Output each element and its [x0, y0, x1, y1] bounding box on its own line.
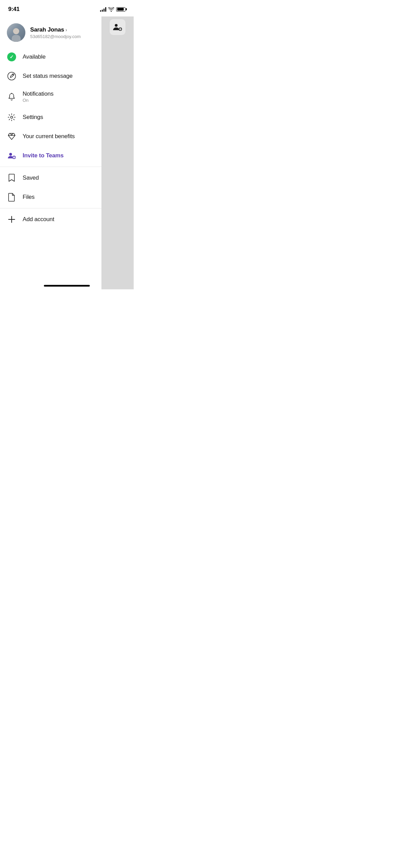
invite-label: Invite to Teams: [23, 152, 64, 159]
notifications-sublabel: On: [23, 98, 53, 103]
saved-label: Saved: [23, 174, 39, 181]
svg-point-2: [11, 116, 13, 118]
svg-point-9: [115, 24, 118, 27]
edit-icon: [7, 71, 16, 81]
right-overlay: [101, 16, 134, 289]
benefits-label: Your current benefits: [23, 133, 75, 140]
menu-panel: Sarah Jonas › 53d65182@moodjoy.com ✓ Ava…: [0, 16, 101, 289]
bottom-area: [0, 278, 134, 289]
profile-info: Sarah Jonas › 53d65182@moodjoy.com: [30, 26, 81, 39]
profile-name: Sarah Jonas: [30, 26, 64, 33]
menu-item-available[interactable]: ✓ Available: [0, 47, 101, 67]
menu-item-set-status[interactable]: Set status message: [0, 67, 101, 86]
divider-2: [0, 208, 101, 208]
status-time: 9:41: [8, 6, 20, 13]
file-icon: [7, 192, 16, 202]
svg-point-3: [9, 153, 12, 156]
signal-icon: [100, 7, 106, 12]
gear-icon: [7, 112, 16, 122]
notifications-label: Notifications: [23, 91, 53, 97]
avatar: [7, 23, 25, 42]
menu-item-settings[interactable]: Settings: [0, 108, 101, 127]
menu-item-benefits[interactable]: Your current benefits: [0, 127, 101, 146]
profile-email: 53d65182@moodjoy.com: [30, 34, 81, 39]
status-icons: [100, 7, 125, 12]
bell-icon: [7, 92, 16, 101]
invite-icon: [7, 151, 16, 160]
add-group-icon: [112, 22, 123, 32]
available-icon: ✓: [7, 52, 16, 62]
add-account-label: Add account: [23, 216, 54, 223]
profile-chevron: ›: [65, 27, 67, 33]
wifi-icon: [108, 7, 114, 12]
plus-icon: [7, 215, 16, 224]
add-group-button[interactable]: [110, 19, 125, 35]
menu-item-invite[interactable]: Invite to Teams: [0, 146, 101, 165]
notifications-text: Notifications On: [23, 91, 53, 103]
bookmark-icon: [7, 173, 16, 183]
diamond-icon: [7, 132, 16, 141]
menu-item-saved[interactable]: Saved: [0, 168, 101, 188]
files-label: Files: [23, 194, 35, 201]
settings-label: Settings: [23, 114, 43, 121]
available-label: Available: [23, 53, 46, 60]
status-bar: 9:41: [0, 0, 134, 16]
profile-section[interactable]: Sarah Jonas › 53d65182@moodjoy.com: [0, 16, 101, 47]
set-status-label: Set status message: [23, 73, 73, 80]
menu-item-files[interactable]: Files: [0, 188, 101, 207]
menu-item-notifications[interactable]: Notifications On: [0, 86, 101, 108]
home-indicator: [44, 285, 90, 287]
svg-point-0: [8, 72, 16, 80]
battery-icon: [116, 7, 125, 12]
divider-1: [0, 167, 101, 167]
menu-item-add-account[interactable]: Add account: [0, 210, 101, 229]
